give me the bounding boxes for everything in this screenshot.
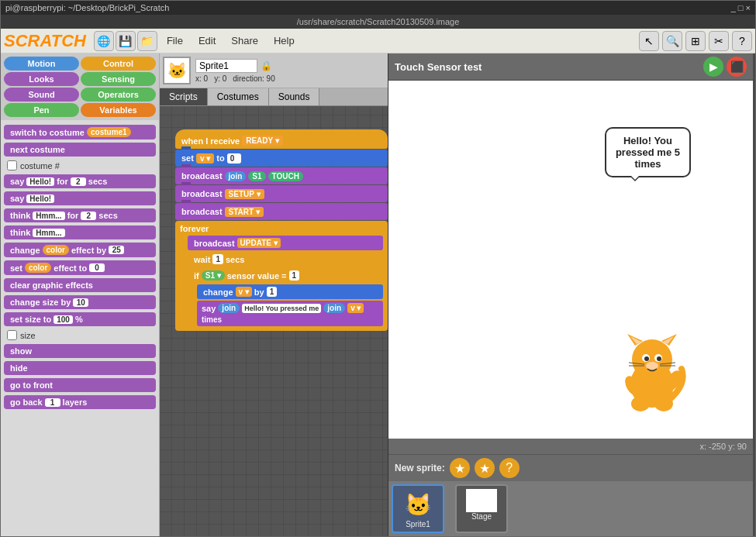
sprites-toolbar: New sprite: ★ ★ ? — [388, 455, 753, 481]
tab-scripts[interactable]: Scripts — [160, 88, 208, 105]
sprite-name-input[interactable] — [195, 59, 257, 73]
block-change-size[interactable]: change size by 10 — [4, 295, 156, 309]
tab-sounds[interactable]: Sounds — [269, 88, 320, 105]
tabs-bar: Scripts Costumes Sounds — [160, 88, 388, 106]
category-sensing[interactable]: Sensing — [81, 72, 156, 86]
add-sprite-star2[interactable]: ★ — [475, 458, 495, 478]
block-go-back[interactable]: go back 1 layers — [4, 395, 156, 409]
block-say[interactable]: say Hello! — [4, 191, 156, 205]
run-button[interactable]: ▶ — [703, 57, 723, 77]
say-text: Hello! You pressed me — [242, 304, 321, 313]
help-tool[interactable]: ? — [732, 31, 752, 51]
scripts-canvas[interactable]: when I receive READY ▾ set v ▾ to 0 broa… — [160, 106, 388, 536]
save-icon[interactable]: 💾 — [116, 31, 136, 51]
block-change-effect[interactable]: change color effect by 25 — [4, 243, 156, 257]
block-next-costume[interactable]: next costume — [4, 143, 156, 157]
svg-point-1 — [632, 339, 672, 380]
block-when-receive[interactable]: when I receive READY ▾ — [175, 129, 388, 149]
menu-bar: SCRATCH 🌐 💾 📁 File Edit Share Help ↖ 🔍 ⊞… — [1, 29, 755, 53]
category-variables[interactable]: Variables — [81, 103, 156, 117]
stage-header: Touch Sensor test ▶ ⬛ — [388, 53, 753, 81]
block-stack: when I receive READY ▾ set v ▾ to 0 broa… — [175, 129, 388, 331]
block-broadcast-update[interactable]: broadcast UPDATE ▾ — [188, 236, 383, 250]
category-sound[interactable]: Sound — [4, 88, 79, 102]
block-switch-costume[interactable]: switch to costume costume1 — [4, 125, 156, 139]
costume-checkbox[interactable] — [7, 160, 17, 170]
stage-coords: x: -250 y: 90 — [699, 442, 747, 451]
block-forever-container[interactable]: forever broadcast UPDATE ▾ wait 1 secs i… — [175, 221, 388, 331]
sprite-header: 🐱 🔒 x: 0 y: 0 direction: 90 — [160, 53, 388, 88]
update-dropdown[interactable]: UPDATE ▾ — [237, 238, 281, 248]
window-title: pi@raspberrypi: ~/Desktop/BrickPi_Scratc… — [5, 3, 169, 12]
new-sprite-label: New sprite: — [395, 463, 445, 473]
size-checkbox[interactable] — [7, 330, 17, 340]
menu-help[interactable]: Help — [268, 33, 301, 48]
add-sprite-question[interactable]: ? — [499, 458, 520, 478]
menu-file[interactable]: File — [161, 33, 189, 48]
sprite-thumb-sprite1[interactable]: 🐱 Sprite1 — [392, 484, 444, 533]
block-broadcast-setup[interactable]: broadcast SETUP ▾ — [175, 185, 388, 202]
block-set-effect[interactable]: set color effect to 0 — [4, 260, 156, 275]
block-set-size[interactable]: set size to 100 % — [4, 312, 156, 326]
sprite-name-row: 🔒 — [195, 59, 275, 73]
category-operators[interactable]: Operators — [81, 88, 156, 102]
svg-point-15 — [631, 396, 650, 411]
s1-dropdown[interactable]: S1 ▾ — [202, 270, 225, 281]
block-go-front[interactable]: go to front — [4, 378, 156, 392]
change-v-dropdown[interactable]: v ▾ — [236, 287, 252, 297]
system-title-bar: pi@raspberrypi: ~/Desktop/BrickPi_Scratc… — [1, 1, 755, 15]
sprite-info: 🔒 x: 0 y: 0 direction: 90 — [195, 59, 275, 83]
block-if[interactable]: if S1 ▾ sensor value = 1 — [188, 268, 383, 283]
sprites-panel: New sprite: ★ ★ ? 🐱 Sprite1 Stage — [388, 454, 753, 536]
block-broadcast-join[interactable]: broadcast join S1 TOUCH — [175, 167, 388, 184]
block-broadcast-start[interactable]: broadcast START ▾ — [175, 203, 388, 220]
add-sprite-star[interactable]: ★ — [450, 458, 470, 478]
speech-bubble: Hello! Youpressed me 5times — [605, 127, 691, 177]
block-think-for[interactable]: think Hmm... for 2 secs — [4, 208, 156, 222]
file-icon[interactable]: 📁 — [137, 31, 157, 51]
tab-costumes[interactable]: Costumes — [208, 88, 269, 105]
palette-categories: Motion Control Looks Sensing Sound Opera… — [1, 53, 159, 120]
block-wait[interactable]: wait 1 secs — [188, 252, 383, 267]
block-costume-num[interactable]: costume # — [4, 160, 156, 171]
change-by-value[interactable]: 1 — [267, 287, 278, 297]
stamp-tool[interactable]: 🔍 — [662, 31, 682, 51]
svg-point-9 — [657, 356, 661, 361]
block-say-join[interactable]: say join Hello! You pressed me join v ▾ … — [197, 301, 383, 326]
category-motion[interactable]: Motion — [4, 57, 79, 71]
toolbar-icons: ↖ 🔍 ⊞ ✂ ? — [639, 31, 752, 51]
sprite-thumb-img: 🐱 — [402, 489, 433, 520]
v-dropdown2[interactable]: v ▾ — [347, 303, 364, 313]
menu-share[interactable]: Share — [225, 33, 264, 48]
sprite-thumb-name: Sprite1 — [406, 520, 430, 528]
block-hide[interactable]: hide — [4, 361, 156, 375]
globe-icon[interactable]: 🌐 — [94, 31, 114, 51]
menu-edit[interactable]: Edit — [192, 33, 222, 48]
block-think[interactable]: think Hmm... — [4, 225, 156, 239]
shrink-tool[interactable]: ✂ — [709, 31, 729, 51]
lock-icon: 🔒 — [261, 60, 272, 71]
block-set-v[interactable]: set v ▾ to 0 — [175, 150, 388, 167]
block-size[interactable]: size — [4, 329, 156, 341]
category-control[interactable]: Control — [81, 57, 156, 71]
grow-tool[interactable]: ⊞ — [685, 31, 706, 51]
category-pen[interactable]: Pen — [4, 103, 79, 117]
block-change-v[interactable]: change v ▾ by 1 — [197, 284, 383, 299]
join2-icon: join — [323, 303, 345, 313]
sensor-value[interactable]: 1 — [289, 270, 300, 281]
palette: Motion Control Looks Sensing Sound Opera… — [1, 53, 160, 536]
block-say-for[interactable]: say Hello! for 2 secs — [4, 174, 156, 188]
block-show[interactable]: show — [4, 344, 156, 358]
svg-point-10 — [646, 362, 658, 370]
category-looks[interactable]: Looks — [4, 72, 79, 86]
sprite-coords: x: 0 y: 0 direction: 90 — [195, 74, 275, 83]
block-clear-effects[interactable]: clear graphic effects — [4, 278, 156, 292]
file-path: /usr/share/scratch/Scratch20130509.image — [297, 17, 460, 26]
stage-thumb[interactable]: Stage — [455, 484, 508, 533]
cursor-tool[interactable]: ↖ — [639, 31, 659, 51]
stop-button[interactable]: ⬛ — [727, 57, 747, 77]
stage-bottom: x: -250 y: 90 — [388, 439, 753, 454]
wait-value[interactable]: 1 — [212, 254, 223, 264]
stage-title: Touch Sensor test — [395, 61, 697, 73]
sprites-list: 🐱 Sprite1 Stage — [388, 481, 753, 536]
